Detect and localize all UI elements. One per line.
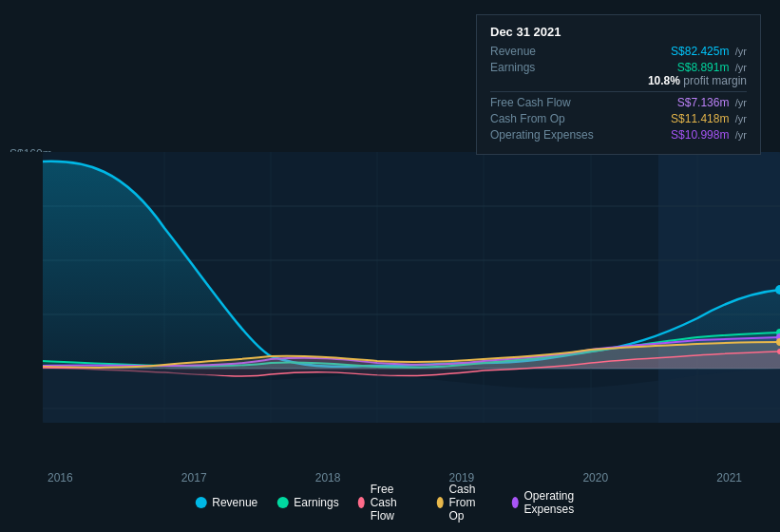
info-tooltip: Dec 31 2021 Revenue S$82.425m /yr Earnin…	[476, 14, 761, 155]
opex-row: Operating Expenses S$10.998m /yr	[490, 128, 747, 142]
revenue-row: Revenue S$82.425m /yr	[490, 45, 747, 58]
cashfromop-legend-label: Cash From Op	[448, 483, 492, 522]
legend-earnings[interactable]: Earnings	[276, 496, 338, 509]
earnings-row: Earnings S$8.891m /yr 10.8% profit margi…	[490, 61, 747, 87]
earnings-legend-dot	[276, 497, 288, 508]
opex-label: Operating Expenses	[490, 128, 604, 142]
legend-cashfromop[interactable]: Cash From Op	[436, 483, 492, 522]
x-label-2016: 2016	[48, 471, 73, 484]
fcf-row: Free Cash Flow S$7.136m /yr	[490, 96, 747, 109]
fcf-label: Free Cash Flow	[490, 96, 604, 109]
revenue-value: S$82.425m /yr	[671, 45, 747, 58]
opex-value: S$10.998m /yr	[671, 128, 747, 142]
cashfromop-row: Cash From Op S$11.418m /yr	[490, 112, 747, 125]
cashfromop-label: Cash From Op	[490, 112, 604, 125]
profit-margin: 10.8% profit margin	[648, 74, 747, 87]
legend-fcf[interactable]: Free Cash Flow	[358, 483, 418, 522]
legend-opex[interactable]: Operating Expenses	[511, 489, 584, 516]
earnings-legend-label: Earnings	[294, 496, 338, 509]
opex-legend-dot	[511, 497, 518, 508]
fcf-legend-label: Free Cash Flow	[371, 483, 418, 522]
earnings-label: Earnings	[490, 61, 604, 74]
revenue-label: Revenue	[490, 45, 604, 58]
cashfromop-legend-dot	[436, 497, 443, 508]
earnings-value: S$8.891m /yr	[648, 61, 747, 74]
x-label-2020: 2020	[582, 471, 608, 484]
revenue-legend-dot	[195, 497, 206, 508]
chart-legend: Revenue Earnings Free Cash Flow Cash Fro…	[195, 483, 585, 522]
tooltip-date: Dec 31 2021	[490, 25, 747, 39]
x-label-2021: 2021	[716, 471, 742, 484]
opex-legend-label: Operating Expenses	[523, 489, 584, 516]
legend-revenue[interactable]: Revenue	[195, 496, 257, 509]
cashfromop-value: S$11.418m /yr	[671, 112, 747, 125]
chart-svg	[0, 152, 780, 446]
fcf-value: S$7.136m /yr	[677, 96, 747, 109]
revenue-legend-label: Revenue	[212, 496, 257, 509]
divider-1	[490, 91, 747, 92]
fcf-legend-dot	[358, 497, 365, 508]
